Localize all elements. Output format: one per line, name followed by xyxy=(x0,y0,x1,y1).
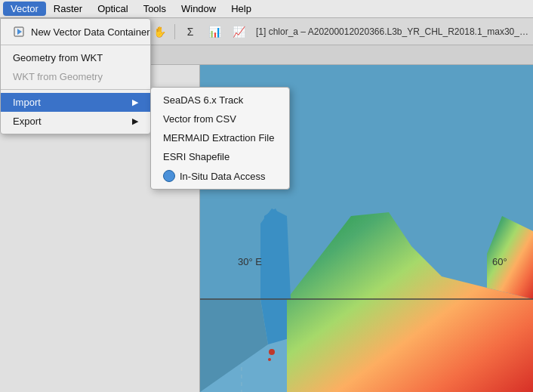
svg-point-10 xyxy=(269,349,275,355)
geometry-wkt-label: Geometry from WKT xyxy=(13,52,103,63)
new-vector-icon xyxy=(13,26,25,38)
submenu-item-esri[interactable]: ESRI Shapefile xyxy=(151,147,289,166)
globe-icon xyxy=(163,170,175,182)
menu-item-import[interactable]: Import ▶ xyxy=(1,93,150,112)
menubar: Vector Raster Optical Tools Window Help xyxy=(0,0,533,18)
menu-item-geometry-from-wkt[interactable]: Geometry from WKT xyxy=(1,48,150,67)
insitu-label: In-Situ Data Access xyxy=(180,171,265,182)
svg-point-11 xyxy=(268,358,271,361)
mermaid-label: MERMAID Extraction File xyxy=(163,132,274,144)
toolbar-separator xyxy=(174,24,175,39)
svg-text:60°: 60° xyxy=(492,256,507,267)
menu-sep-1 xyxy=(1,45,150,45)
import-arrow-icon: ▶ xyxy=(132,97,138,107)
menu-item-wkt-from-geometry: WKT from Geometry xyxy=(1,67,150,86)
export-label: Export xyxy=(13,116,42,127)
menubar-item-window[interactable]: Window xyxy=(174,2,223,16)
menubar-item-vector[interactable]: Vector xyxy=(3,2,46,16)
svg-marker-9 xyxy=(260,208,291,299)
menubar-item-optical[interactable]: Optical xyxy=(90,2,135,16)
submenu-item-seadas[interactable]: SeaDAS 6.x Track xyxy=(151,91,289,110)
vector-dropdown: New Vector Data Container Geometry from … xyxy=(0,18,151,134)
esri-label: ESRI Shapefile xyxy=(163,151,230,162)
submenu-item-mermaid[interactable]: MERMAID Extraction File xyxy=(151,128,289,147)
svg-text:30° E: 30° E xyxy=(238,256,262,267)
menubar-item-raster[interactable]: Raster xyxy=(46,2,90,16)
menubar-item-help[interactable]: Help xyxy=(223,2,259,16)
import-submenu: SeaDAS 6.x Track Vector from CSV MERMAID… xyxy=(150,87,290,190)
import-label: Import xyxy=(13,97,41,108)
menu-item-new-vector[interactable]: New Vector Data Container xyxy=(1,22,150,42)
export-arrow-icon: ▶ xyxy=(132,116,138,126)
toolbar-btn-pan[interactable]: ✋ xyxy=(148,21,171,42)
seadas-label: SeaDAS 6.x Track xyxy=(163,94,243,106)
submenu-item-insitu[interactable]: In-Situ Data Access xyxy=(151,166,289,186)
svg-marker-17 xyxy=(17,29,22,35)
vector-csv-label: Vector from CSV xyxy=(163,113,236,125)
toolbar-btn-graph[interactable]: 📊 xyxy=(203,21,226,42)
new-vector-label: New Vector Data Container xyxy=(31,26,150,38)
menu-sep-2 xyxy=(1,89,150,90)
menubar-item-tools[interactable]: Tools xyxy=(136,2,174,16)
toolbar-title: [1] chlor_a – A20200012020366.L3b_YR_CHL… xyxy=(256,26,530,37)
submenu-item-vector-csv[interactable]: Vector from CSV xyxy=(151,110,289,128)
toolbar-btn-sigma[interactable]: Σ xyxy=(179,21,202,42)
toolbar-btn-chart[interactable]: 📈 xyxy=(227,21,250,42)
wkt-geometry-label: WKT from Geometry xyxy=(13,71,103,82)
menu-item-export[interactable]: Export ▶ xyxy=(1,112,150,131)
